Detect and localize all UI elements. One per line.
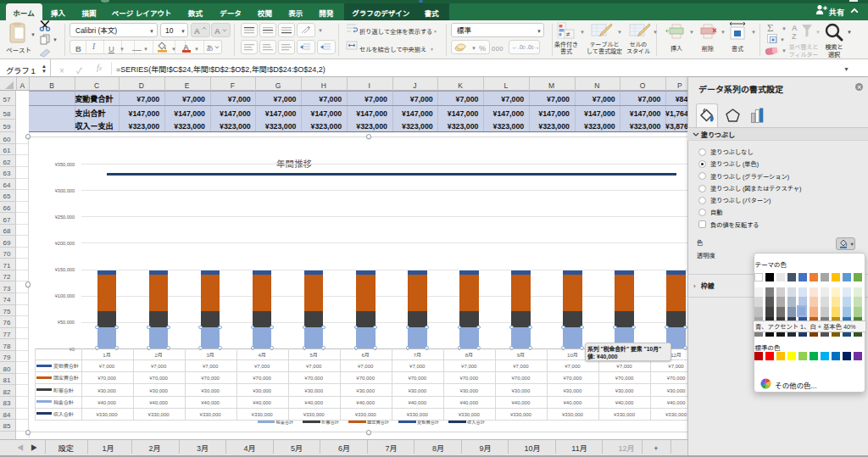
svg-text:Z: Z	[792, 31, 797, 40]
svg-text:≠: ≠	[566, 29, 570, 38]
